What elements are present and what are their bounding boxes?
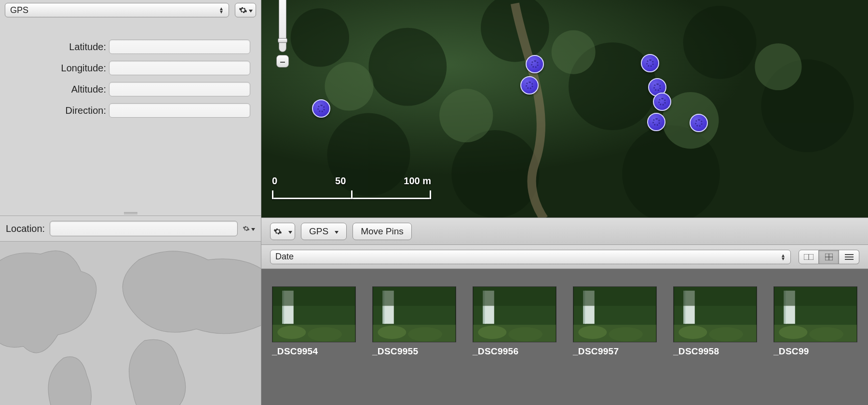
map-pin[interactable] xyxy=(312,99,330,118)
zoom-out-button[interactable]: – xyxy=(276,55,289,68)
scale-label-100: 100 m xyxy=(404,176,431,187)
altitude-label: Altitude: xyxy=(11,84,109,95)
map-settings-button[interactable] xyxy=(270,223,295,240)
latitude-input[interactable] xyxy=(109,40,250,54)
updown-icon: ▲▼ xyxy=(219,7,224,14)
overview-world-map[interactable] xyxy=(0,241,261,405)
svg-point-2 xyxy=(291,8,349,67)
svg-rect-30 xyxy=(273,287,355,306)
svg-point-33 xyxy=(378,326,406,339)
sort-label: Date xyxy=(275,252,294,262)
svg-point-48 xyxy=(609,327,643,341)
thumbnail-image xyxy=(473,286,556,342)
map-pin[interactable] xyxy=(690,114,708,132)
scale-label-0: 0 xyxy=(272,176,277,187)
zoom-control: – xyxy=(275,0,290,68)
filmstrip-header: Date ▲▼ xyxy=(261,245,868,269)
thumbnail-caption: _DSC99 xyxy=(773,346,857,357)
grid-icon xyxy=(825,254,833,260)
gear-icon xyxy=(273,227,282,236)
thumbnail[interactable]: _DSC9957 xyxy=(573,286,657,357)
longitude-input[interactable] xyxy=(109,61,250,75)
thumbnail[interactable]: _DSC9955 xyxy=(372,286,456,357)
svg-point-62 xyxy=(809,327,843,341)
map-pin[interactable] xyxy=(526,55,544,73)
thumbnail[interactable]: _DSC99 xyxy=(773,286,857,357)
svg-rect-44 xyxy=(474,287,556,306)
thumbnail-caption: _DSC9958 xyxy=(673,346,757,357)
metadata-settings-button[interactable] xyxy=(235,3,256,17)
svg-point-15 xyxy=(755,43,801,90)
map-pin[interactable] xyxy=(647,113,665,131)
thumbnail[interactable]: _DSC9956 xyxy=(473,286,556,357)
thumbnail-image xyxy=(573,286,657,342)
gear-icon xyxy=(243,224,250,233)
svg-point-61 xyxy=(779,326,807,339)
view-list-button[interactable] xyxy=(839,250,859,264)
filmstrip-icon xyxy=(804,254,814,260)
zoom-slider-thumb[interactable] xyxy=(278,38,287,43)
minus-icon: – xyxy=(280,56,285,67)
thumbnail-image xyxy=(673,286,757,342)
sort-select[interactable]: Date ▲▼ xyxy=(270,250,791,264)
list-icon xyxy=(845,254,854,260)
map-pin[interactable] xyxy=(653,93,671,111)
map-pin[interactable] xyxy=(520,76,539,94)
gps-form: Latitude: Longitude: Altitude: Direction… xyxy=(0,20,261,124)
move-pins-button[interactable]: Move Pins xyxy=(353,223,412,240)
thumbnail-image xyxy=(773,286,857,342)
svg-point-3 xyxy=(368,28,447,106)
thumbnail-caption: _DSC9955 xyxy=(372,346,456,357)
map-canvas[interactable]: – 0 50 100 m xyxy=(261,0,868,218)
thumbnail-image xyxy=(272,286,356,342)
map-toolbar: GPS Move Pins xyxy=(261,218,868,245)
direction-input[interactable] xyxy=(109,103,250,118)
metadata-view-select[interactable]: GPS ▲▼ xyxy=(5,3,229,17)
svg-point-26 xyxy=(277,326,306,339)
chevron-down-icon xyxy=(288,231,292,234)
updown-icon: ▲▼ xyxy=(781,254,786,260)
thumbnail-caption: _DSC9957 xyxy=(573,346,657,357)
metadata-sidebar: GPS ▲▼ Latitude: Longitude: Altitude: xyxy=(0,0,261,405)
svg-point-40 xyxy=(478,326,506,339)
svg-point-55 xyxy=(709,327,743,341)
svg-point-9 xyxy=(451,130,539,217)
metadata-view-label: GPS xyxy=(10,5,28,15)
gps-menu-label: GPS xyxy=(309,226,328,237)
location-settings-button[interactable] xyxy=(243,222,255,235)
svg-rect-51 xyxy=(574,287,656,306)
thumbnail[interactable]: _DSC9958 xyxy=(673,286,757,357)
filmstrip[interactable]: _DSC9954_DSC9955_DSC9956_DSC9957_DSC9958… xyxy=(261,269,868,405)
map-scale-bar: 0 50 100 m xyxy=(272,176,431,199)
svg-point-54 xyxy=(678,326,707,339)
scale-label-50: 50 xyxy=(335,176,346,187)
view-filmstrip-button[interactable] xyxy=(799,250,819,264)
chevron-down-icon xyxy=(249,10,253,13)
svg-point-27 xyxy=(308,327,342,341)
gps-menu-button[interactable]: GPS xyxy=(301,223,347,240)
chevron-down-icon xyxy=(335,231,339,234)
zoom-slider[interactable] xyxy=(279,0,286,52)
svg-rect-37 xyxy=(373,287,456,306)
svg-point-47 xyxy=(578,326,607,339)
direction-label: Direction: xyxy=(11,105,109,116)
svg-rect-58 xyxy=(674,287,757,306)
svg-rect-65 xyxy=(774,287,857,306)
latitude-label: Latitude: xyxy=(11,41,109,53)
svg-point-34 xyxy=(408,327,442,341)
view-grid-button[interactable] xyxy=(819,250,839,264)
thumbnail[interactable]: _DSC9954 xyxy=(272,286,356,357)
map-pin[interactable] xyxy=(641,54,659,72)
svg-point-41 xyxy=(508,327,542,341)
thumbnail-caption: _DSC9954 xyxy=(272,346,356,357)
altitude-input[interactable] xyxy=(109,82,250,96)
svg-point-13 xyxy=(552,30,596,74)
svg-point-12 xyxy=(439,89,493,142)
panel-resize-handle[interactable] xyxy=(0,211,261,216)
chevron-down-icon xyxy=(251,228,255,231)
location-input[interactable] xyxy=(50,221,238,236)
location-label: Location: xyxy=(6,223,45,234)
svg-point-11 xyxy=(325,62,373,110)
gear-icon xyxy=(239,6,247,14)
thumbnail-caption: _DSC9956 xyxy=(473,346,556,357)
